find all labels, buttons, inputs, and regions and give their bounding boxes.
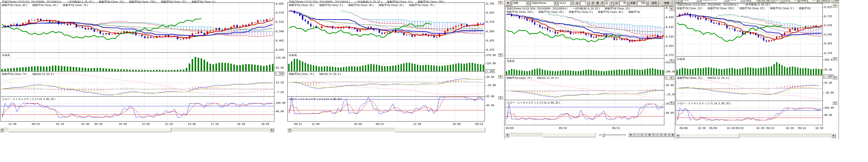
macd-section-label: 移動平均( Close, 75 ) MACD( 12, 26, 9 ) xyxy=(2,72,54,76)
time-scrollbar[interactable]: ◀▶ xyxy=(676,134,836,137)
scroll-right-button[interactable]: ▶ xyxy=(270,128,274,132)
scroll-left-icon: ◀ xyxy=(677,135,678,136)
volume-axis-tick: 35.00 xyxy=(824,69,832,71)
price-axis-tick: 8,500 xyxy=(276,30,284,33)
section-collapse-button-1[interactable]: ▼ xyxy=(832,57,838,61)
chevron-down-icon: ▼ xyxy=(834,4,836,6)
macd-axis-tick: 13.50 xyxy=(276,81,284,84)
x-axis-label: 18:40 xyxy=(237,123,248,126)
price-axis-tick: 8,430 xyxy=(276,49,284,51)
scroll-thumb[interactable] xyxy=(680,134,739,138)
window-separator xyxy=(504,0,505,139)
volume-section-label: 出来高 xyxy=(506,59,515,63)
volume-axis-tick: 200.00 xyxy=(666,70,675,73)
section-collapse-button-3[interactable]: ▼ xyxy=(498,96,503,100)
trading-app-window: 日経225mini 11/12( 5分, 2011/09/09 - 2011/0… xyxy=(0,0,868,162)
x-axis-label: 16:30 xyxy=(815,127,826,130)
macd-axis-tick: -25.00 xyxy=(666,93,675,96)
macd-axis-tick: -20.00 xyxy=(486,84,496,87)
price-axis-tick: 8,570 xyxy=(276,11,284,14)
price-chart-canvas[interactable] xyxy=(675,0,839,136)
price-axis-tick: 8,535 xyxy=(276,21,284,24)
stoch-axis-tick: 40.00 xyxy=(824,114,832,117)
x-axis-label: 13:20 xyxy=(165,123,176,126)
volume-axis-tick: 370.00 xyxy=(486,54,496,57)
chart-panel-30min: ▼先物▼日経225mini▼11/12▼足1▲ ▼日週月分T分30▲ ▼本数60… xyxy=(504,0,675,145)
x-axis-label: 09/10 xyxy=(736,127,746,130)
section-collapse-button-3[interactable]: ▼ xyxy=(669,101,674,105)
price-axis-tick: 8,375 xyxy=(666,54,674,57)
scroll-right-button[interactable]: ▶ xyxy=(832,134,836,138)
volume-axis-tick: 150.00 xyxy=(486,62,496,65)
chevron-down-icon: ▼ xyxy=(671,101,673,104)
chevron-down-icon: ▼ xyxy=(671,8,673,10)
price-chart-canvas[interactable] xyxy=(0,0,287,136)
x-axis-label: 09/12 xyxy=(294,123,305,126)
price-axis-tick: 8,725 xyxy=(824,15,832,18)
chevron-down-icon: ▼ xyxy=(499,75,501,77)
zoom-slider-handle[interactable] xyxy=(602,133,605,137)
section-collapse-button-0[interactable]: ▼ xyxy=(832,4,838,8)
window-separator xyxy=(838,0,839,139)
price-axis-tick: 8,455 xyxy=(824,42,832,45)
chart-tool-button-11[interactable]: ▶ xyxy=(671,133,675,137)
price-axis-tick: 8,605 xyxy=(276,2,284,5)
macd-axis-tick: 35.00 xyxy=(824,81,832,84)
macd-axis-tick: 35.00 xyxy=(666,84,674,87)
chevron-down-icon: ▼ xyxy=(834,102,836,104)
x-axis-label: 01:20 xyxy=(56,123,67,126)
x-axis-label: 14:40 xyxy=(188,123,198,126)
scroll-thumb[interactable] xyxy=(395,128,485,132)
price-axis-tick: 8,535 xyxy=(666,35,674,38)
section-collapse-button-0[interactable]: ▼ xyxy=(669,7,674,11)
stoch-axis-tick: 95.00 xyxy=(486,95,494,98)
price-axis-tick: 8,500 xyxy=(486,30,494,33)
section-collapse-button-1[interactable]: ▼ xyxy=(669,59,674,62)
chart-indicators-line2: 移動平均( Close, 10 ) 移動平均( Close, 150 ) 移動平… xyxy=(677,7,810,10)
x-axis-label: 09/14 xyxy=(32,123,42,126)
scroll-left-icon: ◀ xyxy=(506,134,508,136)
price-axis-tick: 8,570 xyxy=(486,21,494,24)
section-collapse-button-0[interactable]: ▼ xyxy=(498,0,503,4)
volume-section-label: 出来高 xyxy=(289,53,297,57)
scroll-thumb[interactable] xyxy=(9,128,171,132)
stoch-axis-tick: 100.00 xyxy=(276,102,285,105)
price-axis-tick: 8,370 xyxy=(486,49,494,51)
chart-title: 日経225mini 11/12( 5分, 2011/09/09 - 2011/0… xyxy=(2,0,215,3)
scroll-left-icon: ◀ xyxy=(289,129,290,131)
x-axis-label: 16:30 xyxy=(756,127,767,130)
x-axis-label: 17:20 xyxy=(211,123,221,126)
chevron-down-icon: ▼ xyxy=(671,77,673,79)
section-collapse-button-2[interactable]: ▼ xyxy=(669,76,674,80)
scroll-thumb[interactable] xyxy=(543,133,595,137)
x-axis-label: 09/10 xyxy=(559,127,569,130)
time-scrollbar[interactable]: ◀▶ xyxy=(0,128,274,132)
price-axis-tick: 8,815 xyxy=(824,6,832,9)
x-axis-label: 12:00 xyxy=(142,123,152,126)
x-axis-label: 10:40 xyxy=(119,123,129,126)
x-axis-label: 16:30 xyxy=(786,127,796,130)
x-axis-label: 02:40 xyxy=(81,123,92,126)
time-scrollbar[interactable]: ◀▶ xyxy=(505,133,595,137)
x-axis-label: 09/09 xyxy=(506,127,516,130)
chevron-down-icon: ▼ xyxy=(499,1,501,3)
section-collapse-button-2[interactable]: ▼ xyxy=(832,76,838,80)
section-collapse-button-3[interactable]: ▼ xyxy=(832,101,838,105)
volume-multiplier-badge: × 100 xyxy=(486,70,495,73)
x-axis-label: 09:20 xyxy=(94,123,105,126)
price-axis-tick: 8,435 xyxy=(486,39,494,42)
x-axis-label: 09/13 xyxy=(612,127,623,130)
time-scrollbar[interactable]: ◀▶ xyxy=(287,128,485,132)
chevron-down-icon: ▼ xyxy=(499,53,501,56)
chevron-down-icon: ▼ xyxy=(671,59,673,61)
price-chart-canvas[interactable] xyxy=(287,0,504,136)
x-axis-label: 09/14 xyxy=(798,127,808,130)
macd-section-label: 移動平均( Close, 75 ) MACD( 12, 26, 9 ) xyxy=(677,76,729,80)
stoch-section-label: スロー・ストキャスティクス( 14, 3, 80, 20 ) xyxy=(289,97,342,101)
macd-axis-tick: -30.00 xyxy=(824,91,834,94)
section-collapse-button-1[interactable]: ▼ xyxy=(498,53,503,57)
chart-title: 日経225mini 11/12( 60分, 2011/09/06 - 2011/… xyxy=(677,3,770,6)
section-collapse-button-2[interactable]: ▼ xyxy=(498,75,503,79)
price-chart-canvas[interactable] xyxy=(504,0,675,136)
x-axis-label: 20:00 xyxy=(453,123,463,126)
